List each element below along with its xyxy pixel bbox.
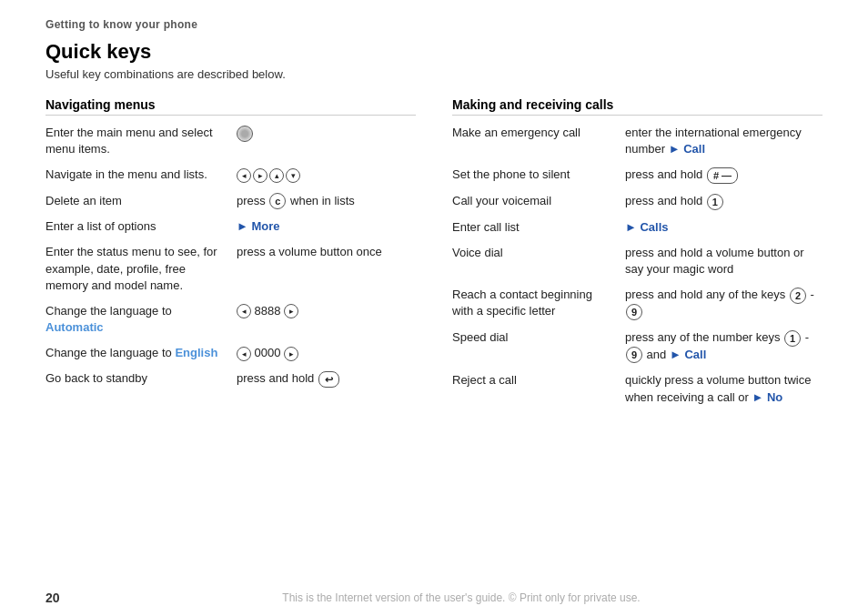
nav-left-icon: ◂ — [237, 168, 251, 183]
call-row-silent-value: press and hold # — — [625, 167, 823, 184]
nav-row-lang-auto-label: Change the language to Automatic — [45, 303, 237, 336]
call-row-contact: Reach a contact beginning with a specifi… — [452, 287, 823, 320]
call-row-emergency-value: enter the international emergency number… — [625, 125, 823, 157]
call-row-calllist-label: Enter call list — [452, 219, 625, 236]
nav-row-options: Enter a list of options ► More — [45, 218, 416, 235]
nav-row-options-label: Enter a list of options — [45, 218, 237, 235]
nav-row-options-value: ► More — [237, 218, 416, 235]
call-row-silent-label: Set the phone to silent — [452, 167, 625, 183]
call-row-voicemail-label: Call your voicemail — [452, 193, 625, 209]
c-key-icon: c — [269, 193, 286, 209]
page-wrapper: Getting to know your phone Quick keys Us… — [0, 0, 868, 616]
nav-row-lang-auto: Change the language to Automatic ◂ 8888 … — [45, 303, 416, 336]
nav-right-en-icon: ▸ — [284, 347, 298, 361]
call-row-contact-label: Reach a contact beginning with a specifi… — [452, 287, 625, 319]
call-row-voicemail-value: press and hold 1 — [625, 193, 823, 210]
call-row-voicedial-value: press and hold a volume button or say yo… — [625, 245, 823, 278]
nav-row-lang-auto-value: ◂ 8888 ▸ — [237, 303, 416, 319]
call-row-silent: Set the phone to silent press and hold #… — [452, 167, 823, 184]
nav-row-status: Enter the status menu to see, for exampl… — [45, 244, 416, 294]
right-section-title: Making and receiving calls — [452, 97, 823, 116]
call-row-reject-label: Reject a call — [452, 372, 625, 389]
call-row-voicemail: Call your voicemail press and hold 1 — [452, 193, 823, 210]
call-row-calllist: Enter call list ► Calls — [452, 219, 823, 236]
nav-row-lang-en-value: ◂ 0000 ▸ — [237, 345, 416, 361]
nav-row-delete: Delete an item press c when in lists — [45, 193, 416, 210]
call-row-emergency-label: Make an emergency call — [452, 125, 625, 141]
call-row-reject: Reject a call quickly press a volume but… — [452, 372, 823, 405]
nav-row-main-menu-label: Enter the main menu and select menu item… — [45, 125, 237, 157]
page-number: 20 — [45, 591, 100, 605]
nav-left-auto-icon: ◂ — [237, 304, 251, 318]
nav-row-lang-en-label: Change the language to English — [45, 345, 237, 361]
automatic-label: Automatic — [45, 320, 104, 334]
footer-notice: This is the Internet version of the user… — [100, 591, 823, 604]
nav-up-icon: ▴ — [269, 168, 284, 183]
nav-row-delete-value: press c when in lists — [237, 193, 416, 210]
call-row-calllist-value: ► Calls — [625, 219, 823, 236]
nav-row-main-menu-value — [237, 125, 416, 142]
nav-row-navigate-label: Navigate in the menu and lists. — [45, 167, 237, 183]
more-link[interactable]: ► More — [237, 219, 280, 233]
nav-left-en-icon: ◂ — [237, 347, 251, 361]
nav-right-auto-icon: ▸ — [284, 304, 298, 318]
key-9-icon: 9 — [626, 304, 642, 320]
nav-row-standby-label: Go back to standby — [45, 370, 237, 387]
back-key-icon: ↩ — [318, 371, 339, 388]
page-title: Quick keys — [45, 40, 823, 64]
call-row-speeddial-label: Speed dial — [452, 329, 625, 346]
page-footer: 20 This is the Internet version of the u… — [0, 591, 868, 605]
call-row-speeddial-value: press any of the number keys 1 - 9 and ►… — [625, 329, 823, 363]
center-select-icon — [237, 126, 253, 142]
nav-row-lang-en: Change the language to English ◂ 0000 ▸ — [45, 345, 416, 361]
call-row-voicedial-label: Voice dial — [452, 245, 625, 261]
main-columns: Navigating menus Enter the main menu and… — [45, 97, 823, 415]
nav-row-navigate: Navigate in the menu and lists. ◂ ▸ ▴ ▾ — [45, 167, 416, 183]
nav-row-standby: Go back to standby press and hold ↩ — [45, 370, 416, 388]
english-label: English — [175, 346, 217, 359]
nav-row-main-menu: Enter the main menu and select menu item… — [45, 125, 416, 157]
call-row-voicedial: Voice dial press and hold a volume butto… — [452, 245, 823, 278]
nav-down-icon: ▾ — [286, 168, 300, 183]
page-subtitle: Useful key combinations are described be… — [45, 67, 823, 81]
call-row-contact-value: press and hold any of the keys 2 - 9 — [625, 287, 823, 320]
one-key-icon: 1 — [707, 194, 723, 210]
call-link-speed[interactable]: ► Call — [670, 348, 706, 361]
call-row-reject-value: quickly press a volume button twice when… — [625, 372, 823, 405]
left-section-title: Navigating menus — [45, 97, 416, 116]
call-link-emergency[interactable]: ► Call — [669, 142, 705, 156]
nav-row-status-label: Enter the status menu to see, for exampl… — [45, 244, 237, 294]
breadcrumb: Getting to know your phone — [45, 18, 823, 31]
speed-key-9-icon: 9 — [626, 347, 642, 363]
nav-row-delete-label: Delete an item — [45, 193, 237, 209]
nav-row-navigate-value: ◂ ▸ ▴ ▾ — [237, 167, 416, 183]
nav-arrows-group: ◂ ▸ ▴ ▾ — [237, 168, 300, 183]
nav-row-standby-value: press and hold ↩ — [237, 370, 416, 388]
hash-key-icon: # — — [707, 167, 738, 184]
nav-row-status-value: press a volume button once — [237, 244, 416, 260]
speed-key-1-icon: 1 — [784, 330, 801, 347]
right-column: Making and receiving calls Make an emerg… — [452, 97, 823, 415]
calls-link[interactable]: ► Calls — [625, 220, 669, 234]
nav-right-icon: ▸ — [253, 168, 267, 183]
call-row-speeddial: Speed dial press any of the number keys … — [452, 329, 823, 363]
no-link[interactable]: ► No — [752, 390, 782, 404]
call-row-emergency: Make an emergency call enter the interna… — [452, 125, 823, 157]
left-column: Navigating menus Enter the main menu and… — [45, 97, 416, 415]
key-2-icon: 2 — [790, 288, 806, 304]
